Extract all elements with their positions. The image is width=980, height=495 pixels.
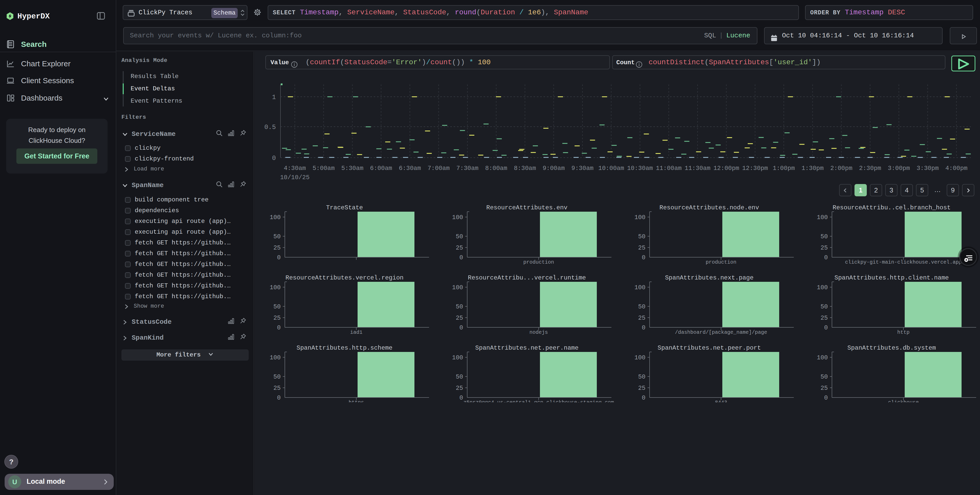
svg-text:http: http (897, 329, 910, 335)
svg-text:ResourceAttributes.env: ResourceAttributes.env (487, 204, 568, 211)
svg-text:25: 25 (456, 314, 463, 322)
svg-text:9:30am: 9:30am (571, 165, 593, 172)
svg-text:50: 50 (273, 373, 281, 380)
svg-text:clickhouse: clickhouse (888, 400, 919, 402)
svg-text:0: 0 (642, 394, 646, 401)
svg-text:10:00am: 10:00am (598, 165, 624, 172)
svg-text:iad1: iad1 (350, 329, 363, 335)
svg-text:7:30am: 7:30am (457, 165, 479, 172)
svg-text:7:00am: 7:00am (428, 165, 450, 172)
svg-text:25: 25 (638, 314, 646, 322)
svg-text:11:30am: 11:30am (685, 165, 711, 172)
svg-text:https: https (348, 400, 364, 402)
svg-text:1:00pm: 1:00pm (773, 165, 795, 172)
svg-text:100: 100 (635, 354, 646, 361)
svg-text:5:30am: 5:30am (341, 165, 363, 172)
svg-text:SpanAttributes.http.scheme: SpanAttributes.http.scheme (297, 344, 392, 351)
svg-text:12:30pm: 12:30pm (742, 165, 768, 172)
svg-text:100: 100 (452, 354, 463, 361)
svg-text:0: 0 (277, 394, 281, 401)
svg-text:z5prz9ggc4.us-central1.gcp.cli: z5prz9ggc4.us-central1.gcp.clickhouse-st… (463, 400, 614, 402)
svg-text:4:30am: 4:30am (284, 165, 306, 172)
svg-text:production: production (523, 259, 554, 265)
svg-text:100: 100 (452, 214, 463, 221)
svg-text:25: 25 (273, 314, 281, 322)
svg-text:25: 25 (456, 385, 463, 392)
svg-text:10/10/25: 10/10/25 (280, 174, 309, 181)
svg-text:25: 25 (821, 244, 828, 251)
svg-text:25: 25 (821, 314, 828, 322)
svg-text:0: 0 (824, 324, 828, 331)
svg-text:0: 0 (824, 394, 828, 401)
svg-text:0: 0 (460, 394, 463, 401)
svg-text:3:00pm: 3:00pm (888, 165, 910, 172)
svg-text:50: 50 (456, 233, 463, 240)
svg-text:ResourceAttribu...vercel.runti: ResourceAttribu...vercel.runtime (468, 274, 586, 281)
svg-text:8:00am: 8:00am (485, 165, 507, 172)
svg-text:0: 0 (277, 254, 281, 261)
svg-text:100: 100 (270, 284, 281, 291)
svg-text:50: 50 (273, 303, 281, 310)
svg-text:nodejs: nodejs (530, 329, 548, 335)
svg-text:25: 25 (273, 244, 281, 251)
svg-text:SpanAttributes.net.peer.port: SpanAttributes.net.peer.port (657, 344, 761, 351)
svg-text:0: 0 (460, 254, 463, 261)
svg-text:0: 0 (460, 324, 463, 331)
svg-text:0: 0 (642, 324, 646, 331)
svg-text:8:30am: 8:30am (514, 165, 536, 172)
svg-text:50: 50 (638, 303, 646, 310)
svg-text:9:00am: 9:00am (542, 165, 565, 172)
svg-text:4:00pm: 4:00pm (945, 165, 967, 172)
svg-text:50: 50 (456, 303, 463, 310)
svg-text:25: 25 (273, 385, 281, 392)
svg-text:100: 100 (817, 354, 828, 361)
svg-text:1:30pm: 1:30pm (802, 165, 824, 172)
svg-text:SpanAttributes.next.page: SpanAttributes.next.page (665, 274, 754, 281)
svg-text:2:00pm: 2:00pm (830, 165, 852, 172)
svg-text:0: 0 (277, 324, 281, 331)
svg-text:5:00am: 5:00am (312, 165, 334, 172)
svg-text:100: 100 (817, 284, 828, 291)
svg-text:25: 25 (821, 385, 828, 392)
svg-text:100: 100 (635, 284, 646, 291)
svg-text:ResourceAttribu..cel.branch_ho: ResourceAttribu..cel.branch_host (833, 204, 951, 211)
svg-text:11:00am: 11:00am (656, 165, 682, 172)
svg-text:SpanAttributes.net.peer.name: SpanAttributes.net.peer.name (475, 344, 578, 351)
svg-text:SpanAttributes.db.system: SpanAttributes.db.system (847, 344, 936, 351)
svg-text:25: 25 (638, 385, 646, 392)
svg-text:25: 25 (456, 244, 463, 251)
svg-text:6:00am: 6:00am (370, 165, 392, 172)
svg-text:0.5: 0.5 (264, 124, 276, 131)
svg-text:100: 100 (817, 214, 828, 221)
svg-text:0: 0 (824, 254, 828, 261)
svg-text:50: 50 (821, 233, 828, 240)
svg-text:100: 100 (270, 354, 281, 361)
svg-text:50: 50 (456, 373, 463, 380)
svg-text:8443: 8443 (715, 400, 727, 402)
svg-text:12:00pm: 12:00pm (713, 165, 739, 172)
svg-text:50: 50 (638, 233, 646, 240)
svg-text:100: 100 (270, 214, 281, 221)
svg-text:50: 50 (821, 303, 828, 310)
svg-text:3:30pm: 3:30pm (916, 165, 939, 172)
svg-text:SpanAttributes.http.client.nam: SpanAttributes.http.client.name (835, 274, 949, 281)
svg-text:ResourceAttributes.vercel.regi: ResourceAttributes.vercel.region (286, 274, 404, 281)
svg-text:100: 100 (635, 214, 646, 221)
svg-text:50: 50 (273, 233, 281, 240)
svg-text:production: production (706, 259, 737, 265)
svg-text:50: 50 (638, 373, 646, 380)
svg-text:/dashboard/[package_name]/page: /dashboard/[package_name]/page (675, 329, 767, 335)
svg-text:0: 0 (642, 254, 646, 261)
svg-text:25: 25 (638, 244, 646, 251)
svg-text:ResourceAttributes.node.env: ResourceAttributes.node.env (660, 204, 759, 211)
svg-text:10:30am: 10:30am (627, 165, 653, 172)
svg-text:1: 1 (272, 94, 276, 101)
svg-text:TraceState: TraceState (326, 204, 363, 211)
svg-text:6:30am: 6:30am (399, 165, 421, 172)
svg-text:2:30pm: 2:30pm (859, 165, 881, 172)
svg-text:50: 50 (821, 373, 828, 380)
svg-text:0: 0 (272, 155, 276, 162)
svg-text:100: 100 (452, 284, 463, 291)
svg-text:clickpy-git-main-clickhouse.ve: clickpy-git-main-clickhouse.vercel.app (845, 259, 962, 265)
